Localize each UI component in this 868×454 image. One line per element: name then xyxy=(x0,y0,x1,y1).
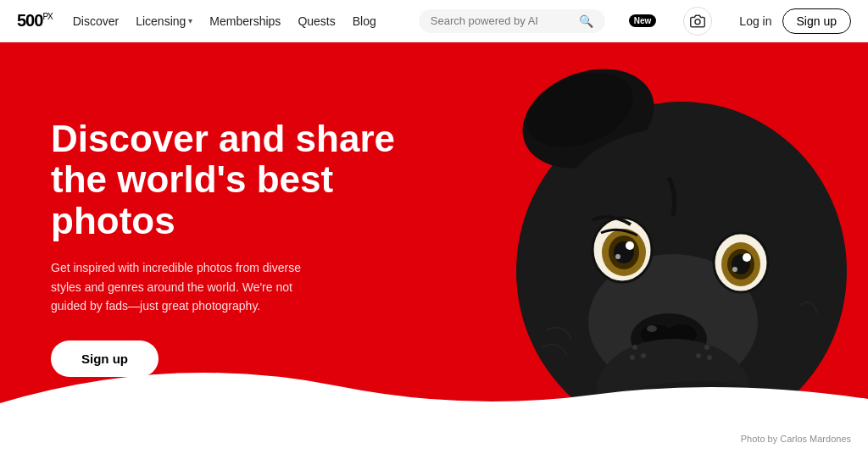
svg-point-10 xyxy=(647,325,657,332)
svg-point-23 xyxy=(732,267,737,272)
svg-point-16 xyxy=(615,254,620,259)
svg-point-15 xyxy=(626,241,634,250)
nav-auth: Log in Sign up xyxy=(739,8,851,34)
visual-search-button[interactable] xyxy=(683,7,712,36)
svg-point-29 xyxy=(704,345,709,350)
hero-signup-button[interactable]: Sign up xyxy=(51,340,159,377)
svg-point-26 xyxy=(632,345,637,350)
nav-item-quests[interactable]: Quests xyxy=(298,14,335,29)
hero-section: Discover and share the world's best phot… xyxy=(0,42,868,454)
search-bar[interactable]: 🔍 xyxy=(419,9,605,33)
hero-title: Discover and share the world's best phot… xyxy=(51,119,407,241)
nav-link-licensing[interactable]: Licensing xyxy=(136,14,186,28)
hero-content: Discover and share the world's best phot… xyxy=(51,119,407,377)
search-input[interactable] xyxy=(431,14,572,27)
search-icon: 🔍 xyxy=(579,14,593,28)
login-button[interactable]: Log in xyxy=(739,14,771,28)
nav-link-blog[interactable]: Blog xyxy=(353,14,376,28)
logo[interactable]: 500PX xyxy=(17,11,53,30)
svg-point-0 xyxy=(695,19,700,24)
logo-sup: PX xyxy=(42,12,52,21)
photo-credit: Photo by Carlos Mardones xyxy=(741,434,851,444)
nav-item-licensing[interactable]: Licensing ▾ xyxy=(136,14,192,28)
signup-nav-button[interactable]: Sign up xyxy=(782,8,851,34)
navbar: 500PX Discover Licensing ▾ Memberships Q… xyxy=(0,0,868,42)
nav-links: Discover Licensing ▾ Memberships Quests … xyxy=(73,14,376,29)
svg-point-22 xyxy=(743,253,751,262)
new-badge: New xyxy=(629,14,657,27)
nav-link-discover[interactable]: Discover xyxy=(73,14,119,28)
hero-subtitle: Get inspired with incredible photos from… xyxy=(51,258,314,315)
nav-item-memberships[interactable]: Memberships xyxy=(209,14,281,29)
nav-item-discover[interactable]: Discover xyxy=(73,14,119,29)
nav-link-memberships[interactable]: Memberships xyxy=(209,14,281,28)
nav-item-blog[interactable]: Blog xyxy=(353,14,376,29)
nav-link-quests[interactable]: Quests xyxy=(298,14,335,28)
camera-icon xyxy=(690,14,705,29)
chevron-down-icon: ▾ xyxy=(188,16,192,25)
